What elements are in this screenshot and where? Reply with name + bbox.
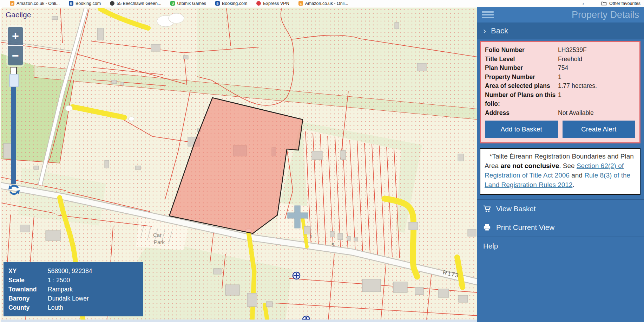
folder-icon (601, 1, 607, 6)
panel-header: Property Details (477, 7, 644, 22)
detail-row: Plan Number 754 (485, 64, 635, 73)
folio-details-box: Folio Number LH32539F Title Level Freeho… (480, 41, 640, 143)
detail-value: 1 (558, 91, 561, 100)
other-favourites-button[interactable]: Other favourites (596, 1, 640, 6)
info-row: Townland Rampark (8, 285, 138, 294)
disclaimer-text: . See (559, 162, 577, 169)
help-button[interactable]: Help (477, 237, 644, 256)
chevron-right-icon: › (483, 26, 486, 36)
print-current-view-button[interactable]: Print Current View (477, 218, 644, 237)
cart-icon (483, 205, 491, 213)
info-value: 1 : 2500 (48, 276, 70, 285)
info-label: Scale (8, 276, 48, 285)
info-row: County Louth (8, 303, 138, 312)
disclaimer-text: . (572, 181, 574, 188)
bookmark-label: Amazon.co.uk - Onli... (305, 1, 348, 6)
back-label: Back (491, 26, 508, 36)
amazon-icon: a (298, 1, 303, 6)
detail-label: Property Number (485, 73, 558, 82)
map-canvas[interactable]: Car Park 2 5 R173 Gaeilge + − XY 56 (0, 7, 477, 322)
detail-value: 1 (558, 73, 561, 82)
detail-label: Folio Number (485, 46, 558, 55)
bookmark-label: Express VPN (263, 1, 289, 6)
info-row: Scale 1 : 2500 (8, 276, 138, 285)
disclaimer-text: and (570, 172, 584, 179)
detail-label: Area of selected plans (485, 82, 558, 91)
booking-icon: B (215, 1, 220, 6)
info-label: County (8, 303, 48, 312)
expressvpn-icon (256, 1, 261, 6)
bookmark-label: Booking.com (75, 1, 101, 6)
bookmark-item[interactable]: a Amazon.co.uk - Onli... (10, 0, 60, 7)
info-value: Rampark (48, 285, 73, 294)
language-link-gaeilge[interactable]: Gaeilge (6, 11, 31, 19)
place-of-worship-symbol (293, 272, 300, 279)
bookmarks-overflow-chevron[interactable]: › (579, 1, 587, 6)
menu-label: Print Current View (496, 223, 554, 232)
detail-row: Folio Number LH32539F (485, 46, 635, 55)
info-row: Barony Dundalk Lower (8, 294, 138, 303)
menu-label: View Basket (496, 205, 535, 213)
boundaries-disclaimer: *Tailte Éireann Registration Boundaries … (480, 148, 640, 195)
zoom-control: + − (6, 25, 25, 67)
bookmark-item[interactable]: U Utomik Games (170, 0, 206, 7)
detail-label: Title Level (485, 55, 558, 64)
add-to-basket-button[interactable]: Add to Basket (485, 121, 558, 138)
panel-title: Property Details (494, 9, 639, 20)
car-park-label: Park (154, 239, 165, 245)
bookmark-item[interactable]: Express VPN (256, 0, 289, 7)
bookmark-label: Booking.com (222, 1, 247, 6)
panel-menu: View Basket Print Current View Help (477, 199, 644, 256)
detail-value: 1.77 hectares. (558, 82, 597, 91)
detail-row: Area of selected plans 1.77 hectares. (485, 82, 635, 91)
detail-label: Plan Number (485, 64, 558, 73)
zoom-slider-track[interactable] (11, 86, 16, 184)
disclaimer-bold-text: are not conclusive (500, 162, 559, 169)
bookmark-label: Utomik Games (177, 1, 206, 6)
zoom-slider-handle[interactable] (9, 74, 19, 87)
booking-icon: B (69, 1, 73, 6)
utomik-icon: U (170, 1, 175, 6)
beechlawn-icon (110, 1, 114, 6)
info-label: XY (8, 266, 48, 276)
bookmark-item[interactable]: B Booking.com (69, 0, 101, 7)
detail-value: Freehold (558, 55, 582, 64)
bookmark-item[interactable]: a Amazon.co.uk - Onli... (298, 0, 348, 7)
house-number-label: 5 (331, 242, 334, 247)
zoom-in-button[interactable]: + (8, 27, 23, 46)
detail-row: Title Level Freehold (485, 55, 635, 64)
printer-icon (483, 224, 491, 231)
menu-label: Help (483, 242, 498, 250)
detail-label: Number of Plans on this folio: (485, 91, 558, 109)
refresh-button[interactable] (8, 183, 20, 196)
map-info-box: XY 568900, 922384 Scale 1 : 2500 Townlan… (4, 262, 143, 316)
bookmark-item[interactable]: 55 Beechlawn Green... (110, 0, 161, 7)
other-favourites-label: Other favourites (609, 1, 640, 6)
detail-row: Address Not Available (485, 109, 635, 118)
bookmark-label: Amazon.co.uk - Onli... (17, 1, 60, 6)
amazon-icon: a (10, 1, 14, 6)
detail-value: Not Available (558, 109, 594, 118)
info-label: Barony (8, 294, 48, 303)
detail-value: 754 (558, 64, 568, 73)
back-button[interactable]: › Back (477, 22, 644, 39)
zoom-out-button[interactable]: − (8, 46, 23, 65)
bottom-edge-strip (1, 320, 477, 322)
car-park-label: Car (153, 232, 162, 238)
info-label: Townland (8, 285, 48, 294)
house-number-label: 2 (309, 234, 312, 239)
create-alert-button[interactable]: Create Alert (563, 121, 636, 138)
view-basket-button[interactable]: View Basket (477, 200, 644, 218)
menu-icon[interactable] (482, 10, 494, 20)
detail-label: Address (485, 109, 558, 118)
info-value: 568900, 922384 (48, 266, 92, 276)
detail-row: Number of Plans on this folio: 1 (485, 91, 635, 109)
bookmark-label: 55 Beechlawn Green... (117, 1, 161, 6)
info-row: XY 568900, 922384 (8, 266, 138, 276)
bookmarks-bar: a Amazon.co.uk - Onli... B Booking.com 5… (0, 0, 644, 7)
detail-row: Property Number 1 (485, 73, 635, 82)
bookmark-item[interactable]: B Booking.com (215, 0, 247, 7)
property-details-panel: Property Details › Back Folio Number LH3… (477, 7, 644, 322)
app-window: a Amazon.co.uk - Onli... B Booking.com 5… (0, 0, 644, 322)
detail-value: LH32539F (558, 46, 587, 55)
